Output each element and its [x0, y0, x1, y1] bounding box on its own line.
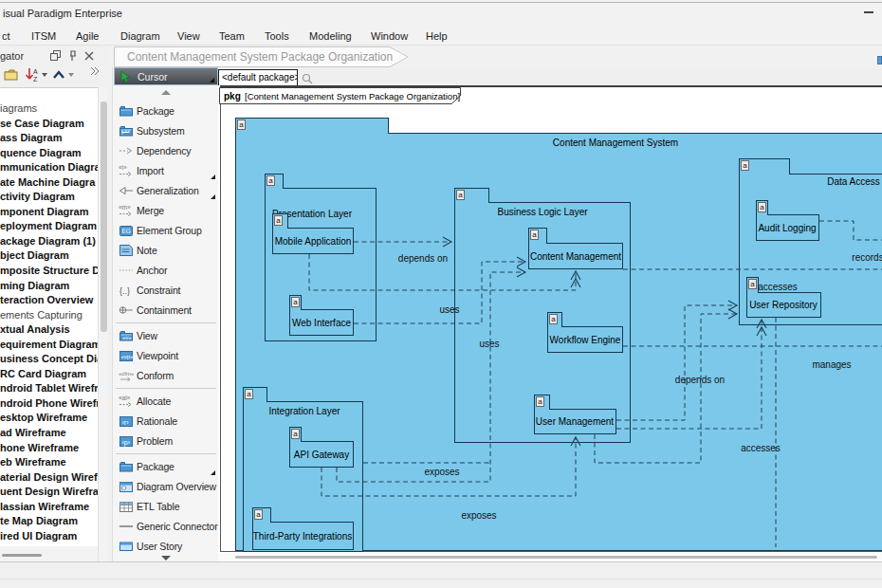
tree-item[interactable]: ad Wireframe [0, 426, 98, 441]
palette-scroll-down[interactable] [160, 555, 172, 561]
tool-anchor[interactable]: Anchor [114, 261, 218, 281]
tree-item[interactable]: xtual Analysis [0, 322, 98, 338]
pin-panel-icon[interactable] [66, 49, 78, 62]
scrollbar-thumb[interactable] [101, 101, 107, 332]
tree-item[interactable]: ass Diagram [0, 131, 98, 146]
collapse-all-icon[interactable] [51, 67, 66, 82]
tree-item[interactable]: lassian Wireframe [0, 500, 98, 515]
connector-label[interactable]: accesses [711, 282, 844, 292]
tree-item[interactable]: eployment Diagram [0, 219, 98, 234]
connector-label[interactable]: exposes [413, 510, 545, 521]
sort-dropdown-icon[interactable] [41, 72, 48, 78]
connector-label[interactable]: records [801, 252, 882, 263]
scrollbar-thumb[interactable] [2, 554, 42, 557]
search-icon[interactable] [302, 73, 314, 85]
tool-problem[interactable]: ‹p›Problem [114, 432, 218, 451]
tool-view[interactable]: «v»View [114, 326, 218, 346]
float-panel-icon[interactable] [49, 49, 62, 62]
close-panel-icon[interactable] [83, 49, 95, 62]
diagram-canvas[interactable]: pkg [Content Management System Package O… [218, 85, 882, 561]
tool-generic-connector[interactable]: Generic Connector [114, 517, 218, 537]
tree-item[interactable]: teraction Overview [0, 293, 98, 308]
tree-item[interactable]: ate Machine Diagra [0, 175, 98, 191]
tree-item[interactable]: usiness Concept Diag [0, 352, 98, 367]
navigator-vertical-scrollbar[interactable] [98, 87, 108, 561]
tree-item[interactable]: mmunication Diagra [0, 160, 98, 175]
tool-generalization[interactable]: Generalization [114, 181, 218, 201]
palette-scroll-up[interactable] [160, 89, 172, 96]
connector-label[interactable]: uses [423, 339, 556, 349]
tool-allocate[interactable]: «al»Allocate [114, 392, 218, 412]
tree-item[interactable]: ndroid Phone Wirefra [0, 396, 98, 412]
tree-item[interactable]: ements Capturing [0, 308, 98, 323]
tree-item[interactable]: te Map Diagram [0, 514, 98, 529]
tool-conform[interactable]: «cfm»Conform [114, 366, 218, 386]
tree-item[interactable]: aterial Design Wirefi [0, 470, 98, 486]
tool-package[interactable]: Package [114, 457, 218, 477]
tool-diagram-overview[interactable]: Diagram Overview [114, 477, 218, 497]
menu-agile[interactable]: Agile [76, 30, 99, 42]
tool-constraint[interactable]: {..}Constraint [114, 281, 218, 301]
tree-item[interactable]: RC Card Diagram [0, 367, 98, 382]
tool-element-group[interactable]: EGElement Group [114, 221, 218, 241]
svg-text:{..}: {..} [119, 286, 130, 296]
navigator-horizontal-scrollbar[interactable] [0, 546, 98, 561]
connector-label[interactable]: manages [765, 359, 882, 370]
tree-item[interactable]: uent Design Wirefrai [0, 485, 98, 500]
tool-rationale[interactable]: ‹r›Rationale [114, 412, 218, 432]
menu-ct[interactable]: ct [2, 30, 10, 42]
tool-user-story[interactable]: User Story [114, 537, 218, 557]
tool-dependency[interactable]: Dependency [114, 141, 218, 161]
tree-item[interactable]: iagrams [0, 101, 98, 117]
breadcrumb-bar: Content Management System Package Organi… [108, 46, 882, 67]
menu-window[interactable]: Window [371, 30, 408, 42]
tool-import[interactable]: «i»Import [114, 161, 218, 181]
connector-label[interactable]: uses [383, 304, 516, 315]
menu-modeling[interactable]: Modeling [309, 30, 352, 42]
tool-subsystem[interactable]: Subsystem [114, 121, 218, 141]
tree-item[interactable]: mposite Structure D [0, 264, 98, 279]
tree-item[interactable]: ndroid Tablet Wirefra [0, 381, 98, 396]
menu-view[interactable]: View [177, 30, 200, 42]
overflow-chevrons-icon[interactable] [89, 66, 101, 76]
flyout-indicator [211, 470, 215, 475]
canvas-toolbar: <default package> [218, 67, 882, 85]
new-diagram-icon[interactable] [4, 67, 21, 83]
connector-label[interactable]: depends on [634, 375, 766, 385]
tree-item[interactable]: ming Diagram [0, 279, 98, 294]
tool-note[interactable]: Note [114, 241, 218, 261]
tree-item[interactable]: ired UI Diagram [0, 529, 98, 544]
menu-tools[interactable]: Tools [265, 30, 289, 42]
tool-viewpoint[interactable]: «vp»Viewpoint [114, 346, 218, 366]
cursor-icon [119, 70, 134, 87]
menu-itsm[interactable]: ITSM [31, 30, 56, 42]
minimize-button[interactable] [864, 11, 873, 13]
tool-cursor[interactable]: Cursor [114, 67, 218, 85]
tool-merge[interactable]: «m»Merge [114, 201, 218, 221]
tree-item[interactable]: esktop Wireframe [0, 411, 98, 426]
tool-etl-table[interactable]: ETL Table [114, 497, 218, 517]
package-selector[interactable]: <default package> [218, 69, 298, 86]
tree-item[interactable]: bject Diagram [0, 248, 98, 264]
canvas-horizontal-scrollbar[interactable] [218, 553, 882, 561]
tree-item[interactable]: hone Wireframe [0, 441, 98, 456]
tree-item[interactable]: ctivity Diagram [0, 190, 98, 205]
connector-label[interactable]: depends on [357, 253, 489, 264]
tree-item[interactable]: se Case Diagram [0, 117, 98, 132]
connector-layer [218, 85, 882, 561]
tree-item[interactable]: equirement Diagram [0, 338, 98, 353]
connector-label[interactable]: accesses [694, 443, 827, 453]
tree-item[interactable]: eb Wireframe [0, 455, 98, 470]
menu-team[interactable]: Team [219, 30, 245, 42]
tool-package[interactable]: Package [114, 101, 218, 121]
collapse-dropdown-icon[interactable] [67, 72, 75, 78]
tool-containment[interactable]: Containment [114, 301, 218, 321]
connector-label[interactable]: exposes [376, 467, 508, 477]
tree-item[interactable]: ackage Diagram (1) [0, 234, 98, 249]
tree-item[interactable]: mponent Diagram [0, 205, 98, 220]
tree-item[interactable]: quence Diagram [0, 146, 98, 161]
scrollbar-thumb[interactable] [235, 556, 877, 559]
sort-icon[interactable]: AZ [25, 66, 40, 83]
menu-diagram[interactable]: Diagram [120, 30, 160, 42]
menu-help[interactable]: Help [426, 30, 448, 42]
